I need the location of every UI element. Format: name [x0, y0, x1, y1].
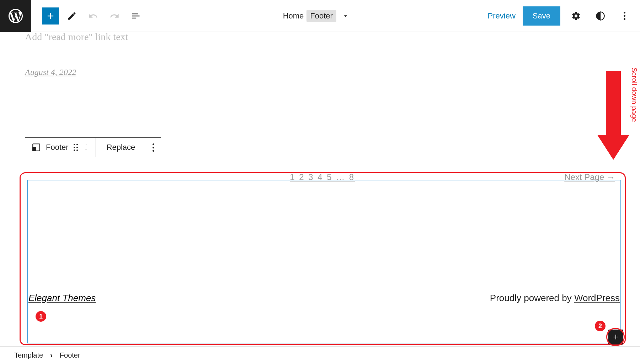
plus-icon: [46, 11, 55, 21]
arrow-shaft: [606, 71, 621, 135]
list-icon: [131, 11, 141, 21]
wordpress-logo[interactable]: [0, 0, 31, 32]
footer-block-selected[interactable]: Elegant Themes Proudly powered by WordPr…: [27, 180, 621, 343]
chevron-down-icon: [342, 12, 349, 20]
chevron-up-icon: [83, 143, 89, 147]
scroll-hint-text: Scroll down page: [630, 67, 638, 122]
arrow-head: [597, 135, 629, 160]
document-part: Footer: [306, 10, 336, 22]
breadcrumb-current[interactable]: Footer: [60, 351, 80, 359]
edit-tool-button[interactable]: [63, 7, 80, 25]
block-toolbar-replace-group[interactable]: Replace: [96, 138, 146, 157]
site-title[interactable]: Elegant Themes: [28, 293, 96, 304]
save-button[interactable]: Save: [523, 6, 560, 26]
block-toolbar-type-group: Footer: [25, 138, 96, 157]
annotation-highlight-box: 1 Elegant Themes Proudly powered by Word…: [20, 172, 626, 345]
replace-label: Replace: [102, 143, 140, 152]
list-view-button[interactable]: [127, 7, 144, 25]
block-toolbar: Footer Replace: [25, 137, 161, 157]
vertical-dots-icon: [153, 143, 154, 152]
breadcrumb-separator: ›: [50, 351, 53, 359]
toolbar-left: [31, 7, 144, 25]
undo-icon: [88, 11, 98, 21]
annotation-marker-1: 1: [36, 311, 46, 322]
add-block-button[interactable]: [42, 7, 59, 25]
styles-button[interactable]: [592, 7, 609, 25]
document-home: Home: [283, 11, 304, 21]
footer-content-row: Elegant Themes Proudly powered by WordPr…: [28, 293, 620, 304]
breadcrumb-bar: Template › Footer: [0, 346, 640, 364]
block-name-label: Footer: [46, 143, 69, 152]
wordpress-icon: [7, 7, 24, 25]
toolbar-right: Preview Save: [488, 6, 633, 26]
pencil-icon: [67, 11, 77, 21]
breadcrumb-root[interactable]: Template: [14, 351, 43, 359]
post-date[interactable]: August 4, 2022: [25, 67, 615, 77]
redo-icon: [110, 11, 119, 21]
editor-canvas: Add "read more" link text August 4, 2022…: [0, 32, 640, 346]
move-updown[interactable]: [83, 143, 89, 152]
top-toolbar: Home Footer Preview Save: [0, 0, 640, 32]
wordpress-link[interactable]: WordPress: [574, 293, 620, 303]
preview-link[interactable]: Preview: [488, 11, 516, 21]
read-more-placeholder[interactable]: Add "read more" link text: [25, 32, 615, 43]
annotation-circle-2: [606, 328, 625, 346]
template-part-icon[interactable]: [32, 143, 41, 152]
undo-button[interactable]: [85, 7, 102, 25]
settings-button[interactable]: [567, 7, 585, 25]
document-location[interactable]: Home Footer: [144, 10, 488, 22]
options-button[interactable]: [616, 7, 633, 25]
block-toolbar-options[interactable]: [146, 138, 161, 157]
scroll-down-annotation: Scroll down page: [606, 71, 629, 160]
svg-rect-1: [33, 147, 36, 151]
chevron-down-icon: [83, 148, 89, 152]
powered-by-text: Proudly powered by WordPress: [490, 293, 620, 304]
vertical-dots-icon: [624, 12, 625, 20]
styles-icon: [595, 11, 605, 21]
annotation-marker-2: 2: [595, 321, 606, 331]
redo-button[interactable]: [106, 7, 123, 25]
drag-handle[interactable]: [74, 144, 78, 151]
gear-icon: [571, 11, 581, 21]
